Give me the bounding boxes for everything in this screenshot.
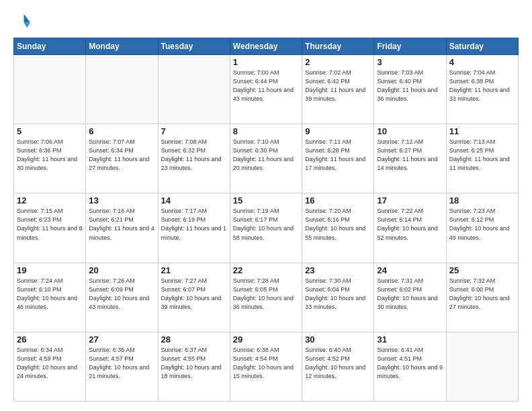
calendar-cell: 16Sunrise: 7:20 AM Sunset: 6:16 PM Dayli… [302, 193, 374, 263]
day-info: Sunrise: 7:23 AM Sunset: 6:12 PM Dayligh… [449, 207, 515, 242]
day-info: Sunrise: 7:08 AM Sunset: 6:32 PM Dayligh… [161, 138, 227, 173]
calendar-cell [446, 332, 518, 401]
svg-marker-1 [24, 23, 30, 28]
calendar-cell: 31Sunrise: 6:41 AM Sunset: 4:51 PM Dayli… [374, 332, 446, 401]
day-info: Sunrise: 6:35 AM Sunset: 4:57 PM Dayligh… [89, 346, 154, 381]
calendar-cell: 3Sunrise: 7:03 AM Sunset: 6:40 PM Daylig… [374, 55, 446, 124]
day-number: 23 [305, 265, 371, 275]
day-number: 14 [161, 195, 227, 205]
calendar-cell: 24Sunrise: 7:31 AM Sunset: 6:02 PM Dayli… [374, 263, 446, 332]
calendar-week-row: 19Sunrise: 7:24 AM Sunset: 6:10 PM Dayli… [14, 263, 519, 332]
day-number: 27 [89, 334, 154, 345]
day-info: Sunrise: 7:10 AM Sunset: 6:30 PM Dayligh… [233, 138, 299, 173]
day-info: Sunrise: 7:26 AM Sunset: 6:09 PM Dayligh… [89, 277, 154, 312]
calendar-cell: 5Sunrise: 7:06 AM Sunset: 6:36 PM Daylig… [14, 124, 86, 193]
calendar-cell: 28Sunrise: 6:37 AM Sunset: 4:55 PM Dayli… [158, 332, 230, 401]
calendar-cell: 11Sunrise: 7:13 AM Sunset: 6:25 PM Dayli… [446, 124, 518, 193]
calendar-cell: 17Sunrise: 7:22 AM Sunset: 6:14 PM Dayli… [374, 193, 446, 263]
day-info: Sunrise: 7:20 AM Sunset: 6:16 PM Dayligh… [305, 207, 371, 242]
day-info: Sunrise: 7:27 AM Sunset: 6:07 PM Dayligh… [161, 277, 227, 312]
day-info: Sunrise: 7:13 AM Sunset: 6:25 PM Dayligh… [449, 138, 515, 173]
calendar-week-row: 12Sunrise: 7:15 AM Sunset: 6:23 PM Dayli… [14, 193, 519, 263]
calendar-cell [86, 55, 158, 124]
day-info: Sunrise: 7:00 AM Sunset: 6:44 PM Dayligh… [233, 68, 299, 103]
calendar-table: SundayMondayTuesdayWednesdayThursdayFrid… [13, 38, 519, 402]
day-number: 29 [233, 334, 299, 345]
day-number: 15 [233, 195, 299, 205]
day-number: 1 [233, 57, 299, 67]
calendar-cell: 10Sunrise: 7:12 AM Sunset: 6:27 PM Dayli… [374, 124, 446, 193]
header [13, 12, 519, 31]
calendar-cell: 2Sunrise: 7:02 AM Sunset: 6:42 PM Daylig… [302, 55, 374, 124]
day-number: 21 [161, 265, 227, 275]
day-info: Sunrise: 7:31 AM Sunset: 6:02 PM Dayligh… [377, 277, 443, 312]
day-number: 10 [377, 126, 443, 136]
day-info: Sunrise: 6:38 AM Sunset: 4:54 PM Dayligh… [233, 346, 299, 381]
calendar-cell: 23Sunrise: 7:30 AM Sunset: 6:04 PM Dayli… [302, 263, 374, 332]
day-info: Sunrise: 7:16 AM Sunset: 6:21 PM Dayligh… [89, 207, 154, 242]
calendar-cell: 19Sunrise: 7:24 AM Sunset: 6:10 PM Dayli… [14, 263, 86, 332]
calendar-cell: 14Sunrise: 7:17 AM Sunset: 6:19 PM Dayli… [158, 193, 230, 263]
day-number: 13 [89, 195, 154, 205]
day-info: Sunrise: 7:12 AM Sunset: 6:27 PM Dayligh… [377, 138, 443, 173]
weekday-header: Thursday [302, 38, 374, 55]
weekday-header: Saturday [446, 38, 518, 55]
day-info: Sunrise: 7:06 AM Sunset: 6:36 PM Dayligh… [17, 138, 83, 173]
calendar-cell: 18Sunrise: 7:23 AM Sunset: 6:12 PM Dayli… [446, 193, 518, 263]
calendar-cell: 26Sunrise: 6:34 AM Sunset: 4:59 PM Dayli… [14, 332, 86, 401]
calendar-cell: 27Sunrise: 6:35 AM Sunset: 4:57 PM Dayli… [86, 332, 158, 401]
day-info: Sunrise: 7:03 AM Sunset: 6:40 PM Dayligh… [377, 68, 443, 103]
day-info: Sunrise: 7:19 AM Sunset: 6:17 PM Dayligh… [233, 207, 299, 242]
calendar-cell: 13Sunrise: 7:16 AM Sunset: 6:21 PM Dayli… [86, 193, 158, 263]
calendar-cell: 1Sunrise: 7:00 AM Sunset: 6:44 PM Daylig… [230, 55, 302, 124]
calendar-header-row: SundayMondayTuesdayWednesdayThursdayFrid… [14, 38, 519, 55]
calendar-cell: 20Sunrise: 7:26 AM Sunset: 6:09 PM Dayli… [86, 263, 158, 332]
calendar-cell: 15Sunrise: 7:19 AM Sunset: 6:17 PM Dayli… [230, 193, 302, 263]
day-number: 4 [449, 57, 515, 67]
calendar-cell: 8Sunrise: 7:10 AM Sunset: 6:30 PM Daylig… [230, 124, 302, 193]
calendar-week-row: 5Sunrise: 7:06 AM Sunset: 6:36 PM Daylig… [14, 124, 519, 193]
day-number: 31 [377, 334, 443, 345]
day-number: 7 [161, 126, 227, 136]
day-info: Sunrise: 7:28 AM Sunset: 6:05 PM Dayligh… [233, 277, 299, 312]
day-info: Sunrise: 6:34 AM Sunset: 4:59 PM Dayligh… [17, 346, 83, 381]
calendar-cell [158, 55, 230, 124]
day-number: 19 [17, 265, 83, 275]
calendar-cell: 12Sunrise: 7:15 AM Sunset: 6:23 PM Dayli… [14, 193, 86, 263]
day-info: Sunrise: 7:32 AM Sunset: 6:00 PM Dayligh… [449, 277, 515, 312]
calendar-cell: 7Sunrise: 7:08 AM Sunset: 6:32 PM Daylig… [158, 124, 230, 193]
calendar-week-row: 1Sunrise: 7:00 AM Sunset: 6:44 PM Daylig… [14, 55, 519, 124]
calendar-cell: 6Sunrise: 7:07 AM Sunset: 6:34 PM Daylig… [86, 124, 158, 193]
day-number: 6 [89, 126, 154, 136]
day-number: 22 [233, 265, 299, 275]
day-info: Sunrise: 7:30 AM Sunset: 6:04 PM Dayligh… [305, 277, 371, 312]
day-number: 26 [17, 334, 83, 345]
day-number: 28 [161, 334, 227, 345]
day-number: 18 [449, 195, 515, 205]
day-info: Sunrise: 7:11 AM Sunset: 6:28 PM Dayligh… [305, 138, 371, 173]
day-number: 2 [305, 57, 371, 67]
day-number: 9 [305, 126, 371, 136]
calendar-cell [14, 55, 86, 124]
day-info: Sunrise: 7:04 AM Sunset: 6:38 PM Dayligh… [449, 68, 515, 103]
calendar-cell: 30Sunrise: 6:40 AM Sunset: 4:52 PM Dayli… [302, 332, 374, 401]
day-info: Sunrise: 7:02 AM Sunset: 6:42 PM Dayligh… [305, 68, 371, 103]
page: SundayMondayTuesdayWednesdayThursdayFrid… [0, 0, 532, 411]
day-number: 8 [233, 126, 299, 136]
calendar-cell: 25Sunrise: 7:32 AM Sunset: 6:00 PM Dayli… [446, 263, 518, 332]
weekday-header: Friday [374, 38, 446, 55]
day-number: 16 [305, 195, 371, 205]
day-number: 11 [449, 126, 515, 136]
calendar-cell: 4Sunrise: 7:04 AM Sunset: 6:38 PM Daylig… [446, 55, 518, 124]
day-number: 3 [377, 57, 443, 67]
day-info: Sunrise: 7:15 AM Sunset: 6:23 PM Dayligh… [17, 207, 83, 242]
day-number: 12 [17, 195, 83, 205]
calendar-cell: 9Sunrise: 7:11 AM Sunset: 6:28 PM Daylig… [302, 124, 374, 193]
day-info: Sunrise: 7:24 AM Sunset: 6:10 PM Dayligh… [17, 277, 83, 312]
logo [13, 12, 35, 31]
day-number: 30 [305, 334, 371, 345]
calendar-cell: 22Sunrise: 7:28 AM Sunset: 6:05 PM Dayli… [230, 263, 302, 332]
day-info: Sunrise: 6:41 AM Sunset: 4:51 PM Dayligh… [377, 346, 443, 381]
day-number: 17 [377, 195, 443, 205]
svg-marker-0 [24, 14, 30, 22]
